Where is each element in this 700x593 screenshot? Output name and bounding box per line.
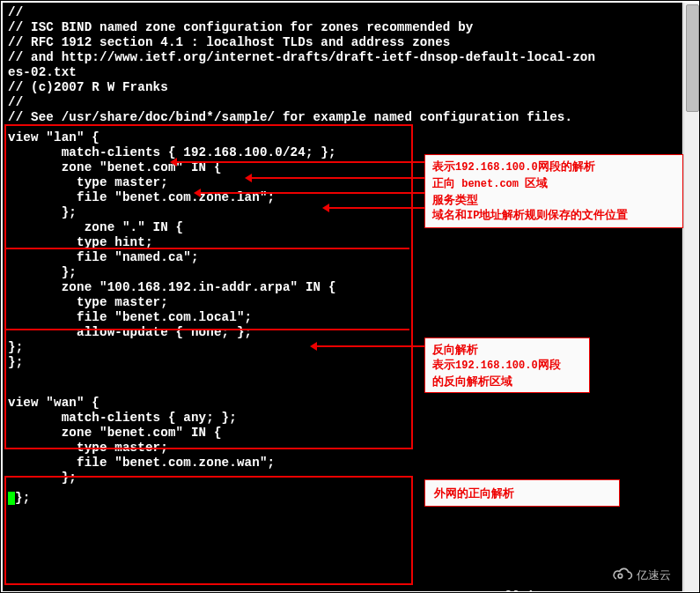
arrow-icon <box>313 345 425 347</box>
code-header-comments: // // ISC BIND named zone configuration … <box>3 3 682 128</box>
arrow-icon <box>173 161 425 163</box>
watermark-logo: 亿速云 <box>611 563 690 588</box>
cloud-icon <box>611 567 634 584</box>
cursor-position: 36,1 <box>505 589 534 593</box>
watermark-text: 亿速云 <box>637 567 671 583</box>
code-view-wan: view "wan" { match-clients { any; }; zon… <box>3 393 682 488</box>
arrow-icon <box>196 192 425 194</box>
arrow-icon <box>247 177 425 179</box>
annotation-forward-resolve: 表示192.168.100.0网段的解析 正向 benet.com 区域 服务类… <box>424 154 683 228</box>
svg-point-0 <box>618 574 623 578</box>
cursor-icon <box>8 492 15 505</box>
arrow-icon <box>325 207 425 209</box>
annotation-wan-resolve: 外网的正向解析 <box>424 479 620 507</box>
scrollbar-thumb[interactable] <box>686 4 699 112</box>
annotation-reverse-resolve: 反向解析 表示192.168.100.0网段 的反向解析区域 <box>424 337 590 393</box>
scrollbar[interactable] <box>683 3 699 591</box>
